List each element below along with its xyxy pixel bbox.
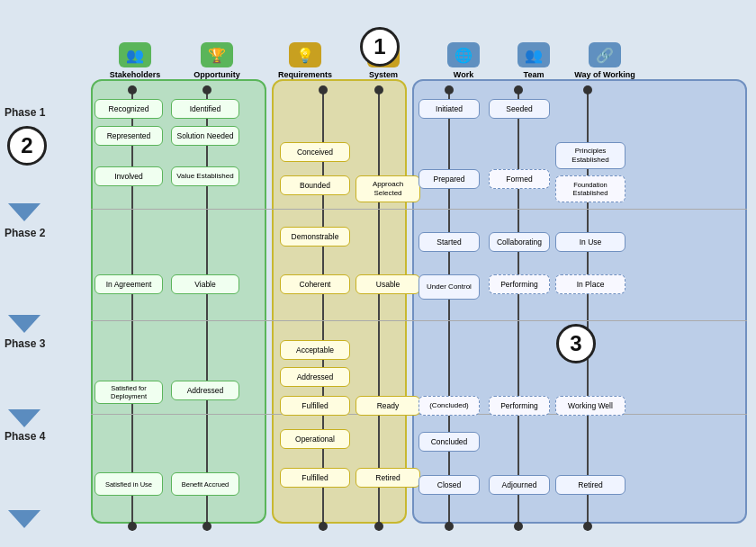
swimlane-1-2 bbox=[91, 209, 747, 210]
dot-team-bottom bbox=[514, 522, 523, 531]
card-identified: Identified bbox=[171, 99, 239, 119]
card-coherent: Coherent bbox=[280, 274, 350, 294]
card-involved: Involved bbox=[94, 166, 163, 186]
card-satisfiedForDeployment: Satisfied for Deployment bbox=[94, 381, 163, 404]
dot-team-top bbox=[514, 85, 523, 94]
main-container: 1 2 3 👥 Stakeholders 🏆 Opportunity 💡 Req… bbox=[0, 0, 756, 547]
dot-opportunity-top bbox=[202, 85, 212, 94]
stakeholders-icon: 👥 bbox=[119, 42, 151, 67]
card-acceptable: Acceptable bbox=[280, 340, 350, 360]
card-performing-p2: Performing bbox=[489, 274, 550, 294]
card-recognized: Recognized bbox=[94, 99, 163, 119]
card-inAgreement: In Agreement bbox=[94, 274, 163, 294]
arrow-phase1-2 bbox=[8, 203, 40, 221]
card-conceived: Conceived bbox=[280, 142, 350, 162]
card-bounded: Bounded bbox=[280, 175, 350, 195]
card-viable: Viable bbox=[171, 274, 239, 294]
phase4-label: Phase 4 bbox=[4, 430, 45, 443]
card-solutionNeeded: Solution Needed bbox=[171, 126, 239, 146]
annotation-3: 3 bbox=[556, 324, 596, 363]
wayofworking-label: Way of Working bbox=[574, 70, 635, 79]
arrow-phase3-4 bbox=[8, 409, 40, 427]
dot-req-top bbox=[319, 85, 328, 94]
card-demonstrable: Demonstrable bbox=[280, 227, 350, 247]
diagram-area: 👥 Stakeholders 🏆 Opportunity 💡 Requireme… bbox=[50, 9, 749, 540]
card-inPlace: In Place bbox=[555, 274, 626, 294]
work-icon: 🌐 bbox=[447, 42, 480, 67]
vline-work bbox=[448, 88, 450, 531]
dot-req-bottom bbox=[319, 522, 328, 531]
team-icon: 👥 bbox=[518, 42, 550, 67]
card-concluded-p4: Concluded bbox=[418, 432, 480, 452]
card-fulfilled-p3: Fulfilled bbox=[280, 396, 350, 416]
opportunity-icon: 🏆 bbox=[201, 42, 233, 67]
phase2-label: Phase 2 bbox=[4, 227, 45, 239]
annotation-1: 1 bbox=[360, 27, 400, 67]
card-closed: Closed bbox=[418, 475, 480, 495]
dot-work-bottom bbox=[445, 522, 454, 531]
card-formed: Formed bbox=[489, 169, 550, 189]
green-column bbox=[91, 79, 266, 524]
card-initiated: Initiated bbox=[418, 99, 480, 119]
arrow-phase2-3 bbox=[8, 315, 40, 333]
card-principlesEstablished: Principles Established bbox=[555, 142, 626, 169]
card-adjourned: Adjourned bbox=[489, 475, 550, 495]
card-addressed-stk: Addressed bbox=[171, 381, 239, 400]
card-benefitAccrued: Benefit Accrued bbox=[171, 472, 239, 496]
card-retired-wow: Retired bbox=[555, 475, 626, 495]
header-wayofworking: 🔗 Way of Working bbox=[573, 42, 636, 79]
header-opportunity: 🏆 Opportunity bbox=[181, 42, 253, 79]
dot-work-top bbox=[445, 85, 454, 94]
card-fulfilled-p4: Fulfilled bbox=[280, 468, 350, 488]
phase3-label: Phase 3 bbox=[4, 337, 45, 350]
dot-wow-top bbox=[583, 85, 592, 94]
dot-opportunity-bottom bbox=[202, 522, 212, 531]
dot-wow-bottom bbox=[583, 522, 592, 531]
card-collaborating: Collaborating bbox=[489, 232, 550, 252]
header-requirements: 💡 Requirements bbox=[269, 42, 341, 79]
header-work: 🌐 Work bbox=[433, 42, 494, 79]
card-workingWell: Working Well bbox=[555, 396, 626, 416]
card-prepared: Prepared bbox=[418, 169, 480, 189]
dot-stakeholders-top bbox=[128, 85, 137, 94]
headers-row: 👥 Stakeholders 🏆 Opportunity 💡 Requireme… bbox=[94, 18, 749, 79]
card-underControl: Under Control bbox=[418, 274, 480, 300]
arrow-phase4-end bbox=[8, 510, 40, 528]
work-label: Work bbox=[454, 70, 473, 79]
header-stakeholders: 👥 Stakeholders bbox=[94, 42, 176, 79]
card-approachSelected: Approach Selected bbox=[356, 175, 420, 202]
card-operational: Operational bbox=[280, 429, 350, 449]
header-team: 👥 Team bbox=[503, 42, 564, 79]
card-satisfiedInUse: Satisfied in Use bbox=[94, 472, 163, 496]
requirements-icon: 💡 bbox=[289, 42, 321, 67]
card-foundationEstablished: Foundation Established bbox=[555, 175, 626, 202]
card-represented: Represented bbox=[94, 126, 163, 146]
phase1-label: Phase 1 bbox=[4, 106, 45, 119]
card-started: Started bbox=[418, 232, 480, 252]
card-addressed-req: Addressed bbox=[280, 367, 350, 387]
card-usable: Usable bbox=[356, 274, 420, 294]
annotation-2: 2 bbox=[7, 126, 47, 166]
requirements-label: Requirements bbox=[278, 70, 332, 79]
card-ready: Ready bbox=[356, 396, 420, 416]
card-valueEstablished: Value Established bbox=[171, 166, 239, 186]
vline-opportunity bbox=[206, 88, 208, 531]
dot-sys-bottom bbox=[374, 522, 383, 531]
vline-system bbox=[378, 88, 380, 531]
swimlane-3-4 bbox=[91, 414, 747, 415]
opportunity-label: Opportunity bbox=[194, 70, 240, 79]
dot-sys-top bbox=[374, 85, 383, 94]
card-performing-p3: Performing bbox=[489, 396, 550, 416]
system-label: System bbox=[369, 70, 398, 79]
wayofworking-icon: 🔗 bbox=[589, 42, 621, 67]
swimlane-2-3 bbox=[91, 320, 747, 321]
team-label: Team bbox=[524, 70, 544, 79]
card-inUse: In Use bbox=[555, 232, 626, 252]
dot-stakeholders-bottom bbox=[128, 522, 137, 531]
vline-team bbox=[518, 88, 519, 531]
vline-stakeholders bbox=[131, 88, 133, 531]
card-retired-sys: Retired bbox=[356, 468, 420, 488]
card-concluded-p3: (Concluded) bbox=[418, 396, 480, 416]
card-seeded: Seeded bbox=[489, 99, 550, 119]
stakeholders-label: Stakeholders bbox=[110, 70, 161, 79]
